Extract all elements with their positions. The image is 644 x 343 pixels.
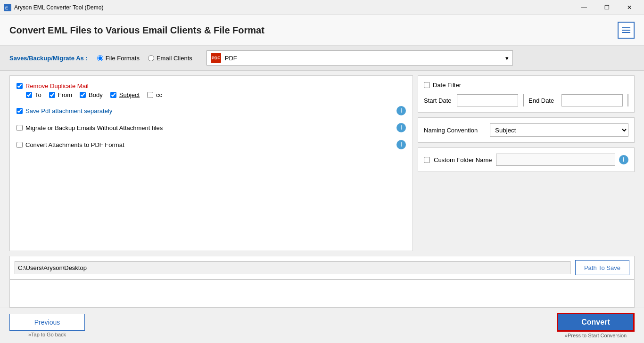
check-from-item[interactable]: From <box>49 91 72 98</box>
check-to-item[interactable]: To <box>26 91 41 98</box>
file-formats-radio-input[interactable] <box>97 55 103 61</box>
menu-line-1 <box>622 27 630 28</box>
maximize-button[interactable]: ❐ <box>596 0 618 15</box>
migrate-checkbox-row: Migrate or Backup Emails Without Attachm… <box>17 124 393 131</box>
end-date-label: End Date <box>528 97 557 104</box>
minimize-button[interactable]: — <box>573 0 595 15</box>
left-panel-spacer <box>17 157 406 244</box>
check-body-label: Body <box>89 91 103 98</box>
file-formats-label: File Formats <box>106 55 140 62</box>
bottom-right: Convert »Press to Start Conversion <box>557 313 635 338</box>
custom-folder-info-button[interactable]: i <box>619 155 628 164</box>
bottom-left: Previous »Tap to Go back <box>9 314 85 337</box>
radio-group: File Formats Email Clients <box>97 55 192 62</box>
convert-hint: »Press to Start Conversion <box>565 333 627 338</box>
email-clients-radio[interactable]: Email Clients <box>148 55 192 62</box>
check-from-label: From <box>58 91 72 98</box>
check-cc-label: cc <box>156 91 162 98</box>
migrate-left: Migrate or Backup Emails Without Attachm… <box>17 124 393 131</box>
naming-convention-dropdown[interactable]: Subject Date From To <box>490 123 628 137</box>
check-subject-item[interactable]: Subject <box>110 91 140 98</box>
start-date-picker-button[interactable] <box>523 94 524 106</box>
email-clients-label: Email Clients <box>157 55 192 62</box>
check-to-checkbox[interactable] <box>26 92 32 98</box>
migrate-label[interactable]: Migrate or Backup Emails Without Attachm… <box>25 124 163 131</box>
pdf-icon: PDF <box>211 53 221 63</box>
format-dropdown[interactable]: PDF PDF ▾ <box>206 50 513 65</box>
path-to-save-button[interactable]: Path To Save <box>575 260 629 275</box>
file-formats-radio[interactable]: File Formats <box>97 55 140 62</box>
options-panel: Remove Duplicate Mail To From Body <box>9 75 635 251</box>
log-area <box>9 279 635 308</box>
check-to-label: To <box>35 91 41 98</box>
check-from-checkbox[interactable] <box>49 92 55 98</box>
dropdown-arrow: ▾ <box>505 55 509 62</box>
menu-line-3 <box>622 32 630 33</box>
previous-hint: »Tap to Go back <box>28 332 66 337</box>
left-panel: Remove Duplicate Mail To From Body <box>9 75 413 251</box>
custom-folder-label[interactable]: Custom Folder Name <box>434 156 492 163</box>
selected-format-label: PDF <box>225 55 237 62</box>
end-date-picker-button[interactable] <box>627 94 628 106</box>
save-pdf-label[interactable]: Save Pdf attachment separately <box>25 107 112 114</box>
date-row: Start Date End Date <box>424 94 628 106</box>
remove-duplicate-label[interactable]: Remove Duplicate Mail <box>25 82 89 90</box>
save-pdf-checkbox-row: Save Pdf attachment separately <box>17 107 393 114</box>
migrate-checkbox[interactable] <box>17 125 23 131</box>
save-pdf-info-button[interactable]: i <box>396 106 406 115</box>
title-bar-label: Aryson EML Converter Tool (Demo) <box>14 4 103 11</box>
migrate-info-button[interactable]: i <box>396 123 406 132</box>
convert-attachments-info-button[interactable]: i <box>396 140 406 149</box>
check-body-item[interactable]: Body <box>80 91 103 98</box>
convert-attachments-label[interactable]: Convert Attachments to PDF Format <box>25 141 124 148</box>
path-input[interactable] <box>15 261 570 274</box>
svg-text:E: E <box>5 6 8 10</box>
menu-button[interactable] <box>618 22 635 39</box>
close-button[interactable]: ✕ <box>619 0 640 15</box>
convert-attachments-checkbox[interactable] <box>17 142 23 148</box>
date-filter-header: Date Filter <box>424 82 628 89</box>
start-date-label: Start Date <box>424 97 452 104</box>
convert-attachments-row: Convert Attachments to PDF Format i <box>17 140 406 149</box>
date-filter-checkbox[interactable] <box>424 82 430 88</box>
check-cc-checkbox[interactable] <box>147 92 153 98</box>
remove-duplicate-row: Remove Duplicate Mail <box>17 82 406 90</box>
saves-label: Saves/Backup/Migrate As : <box>9 55 88 62</box>
app-header: Convert EML Files to Various Email Clien… <box>0 15 644 46</box>
title-bar-controls: — ❐ ✕ <box>573 0 640 15</box>
start-date-input[interactable] <box>457 94 518 106</box>
right-panel-spacer <box>418 177 635 251</box>
title-bar: E Aryson EML Converter Tool (Demo) — ❐ ✕ <box>0 0 644 15</box>
save-pdf-left: Save Pdf attachment separately <box>17 107 393 114</box>
check-cc-item[interactable]: cc <box>147 91 162 98</box>
naming-convention-section: Naming Convention Subject Date From To <box>418 117 635 143</box>
remove-duplicate-checkbox[interactable] <box>17 83 23 89</box>
convert-button[interactable]: Convert <box>557 313 635 332</box>
email-clients-radio-input[interactable] <box>148 55 154 61</box>
format-dropdown-left: PDF PDF <box>211 53 237 63</box>
save-pdf-attachment-row: Save Pdf attachment separately i <box>17 106 406 115</box>
end-date-input[interactable] <box>561 94 623 106</box>
page-title: Convert EML Files to Various Email Clien… <box>9 25 264 36</box>
sub-checks-row: To From Body Subject <box>26 91 406 98</box>
saves-backup-row: Saves/Backup/Migrate As : File Formats E… <box>0 46 644 71</box>
bottom-bar: Previous »Tap to Go back Convert »Press … <box>0 308 644 343</box>
convert-attachments-left: Convert Attachments to PDF Format <box>17 141 393 148</box>
app-icon: E <box>4 4 11 11</box>
remove-duplicate-section: Remove Duplicate Mail To From Body <box>17 82 406 98</box>
format-dropdown-wrapper: PDF PDF ▾ <box>206 50 635 65</box>
right-panel: Date Filter Start Date End Date Naming C… <box>418 75 635 251</box>
naming-convention-label: Naming Convention <box>424 127 485 134</box>
date-filter-label[interactable]: Date Filter <box>433 82 461 89</box>
title-bar-left: E Aryson EML Converter Tool (Demo) <box>4 4 103 11</box>
main-content: Convert EML Files to Various Email Clien… <box>0 15 644 343</box>
custom-folder-input[interactable] <box>496 154 615 166</box>
custom-folder-section: Custom Folder Name i <box>418 147 635 172</box>
save-pdf-checkbox[interactable] <box>17 108 23 114</box>
check-subject-checkbox[interactable] <box>110 92 116 98</box>
menu-line-2 <box>622 30 630 31</box>
path-row: Path To Save <box>9 256 635 279</box>
previous-button[interactable]: Previous <box>9 314 85 331</box>
check-body-checkbox[interactable] <box>80 92 86 98</box>
custom-folder-checkbox[interactable] <box>424 157 430 163</box>
